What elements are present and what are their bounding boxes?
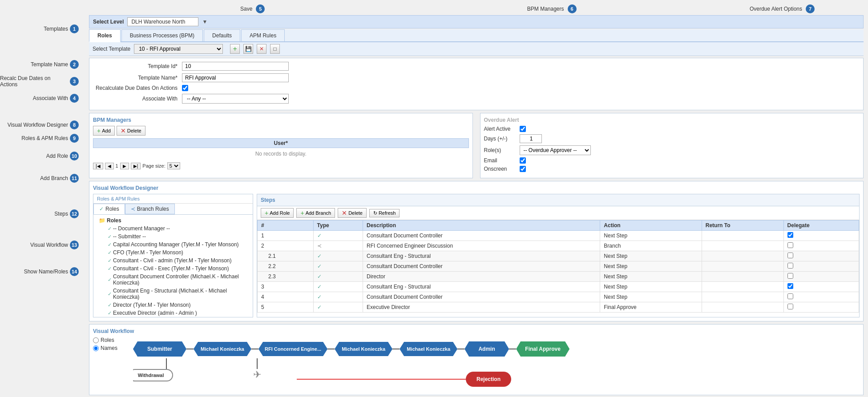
overdue-days-row: Days (+/-): [484, 134, 860, 143]
vwd-title: Visual Workflow Designer: [93, 185, 860, 191]
check-icon: ✓: [108, 302, 112, 308]
node-mk1: Michael Konieczka: [194, 342, 251, 356]
delete-template-button[interactable]: ✕: [257, 44, 266, 54]
recalc-checkbox[interactable]: [182, 85, 188, 91]
plus-icon: +: [97, 127, 101, 134]
overdue-email-row: Email: [484, 157, 860, 164]
table-row: 2.3 ✓ Director Next Step: [258, 272, 859, 282]
template-id-input[interactable]: [182, 62, 289, 71]
list-item: ✓ Consultant Eng - Structural (Michael.K…: [97, 287, 249, 301]
add-role-button[interactable]: + Add Role: [261, 208, 294, 218]
col-delegate: Delegate: [783, 221, 859, 231]
steps-panel: Steps + Add Role + Add Branch ✕ Delete: [257, 194, 860, 317]
steps-delete-button[interactable]: ✕ Delete: [338, 208, 367, 218]
bpm-table: User*: [93, 138, 469, 148]
pagination-bar: |◀ ◀ 1 ▶ ▶| Page size: 5: [93, 162, 469, 169]
tab-apm[interactable]: APM Rules: [241, 29, 285, 41]
vw-title: Visual Workflow: [93, 328, 860, 334]
label-templates: Templates 1: [0, 24, 82, 33]
page-size-select[interactable]: 5: [167, 162, 180, 169]
vwd-section: Visual Workflow Designer Roles & APM Rul…: [89, 181, 864, 321]
save-template-button[interactable]: 💾: [243, 44, 253, 54]
rejection-area: Rejection: [297, 372, 511, 387]
label-steps: Steps 12: [0, 209, 82, 218]
connector: [327, 349, 335, 349]
type-check-icon: ✓: [317, 284, 322, 290]
workflow-diagram: Submitter Michael Konieczka RFI Concerne…: [133, 337, 860, 391]
delegate-checkbox[interactable]: [787, 253, 793, 258]
steps-refresh-button[interactable]: ↻ Refresh: [369, 209, 400, 217]
onscreen-checkbox[interactable]: [520, 166, 526, 172]
roles-steps-layout: Roles & APM Rules ✓ Roles ≺ Branch Rules: [93, 194, 860, 317]
check-icon: ✓: [108, 310, 112, 316]
label-add-role: Add Role 10: [0, 152, 82, 160]
roles-apm-title: Roles & APM Rules: [93, 194, 253, 204]
list-item: ✓ Consultant - Civil - admin (Tyler.M - …: [97, 257, 249, 265]
delegate-checkbox[interactable]: [787, 273, 793, 279]
prev-page-btn[interactable]: ◀: [105, 163, 114, 169]
radio-names-row: Names: [93, 345, 124, 351]
next-page-btn[interactable]: ▶: [120, 163, 129, 169]
add-branch-button[interactable]: + Add Branch: [296, 208, 335, 218]
select-template-dropdown[interactable]: 10 - RFI Approval: [134, 44, 223, 54]
col-type: Type: [313, 221, 363, 231]
steps-toolbar: + Add Role + Add Branch ✕ Delete ↻: [257, 206, 859, 220]
delegate-checkbox[interactable]: [787, 293, 793, 299]
copy-template-button[interactable]: □: [270, 44, 280, 54]
select-level-value[interactable]: DLH Warehouse North: [127, 17, 198, 26]
delegate-checkbox[interactable]: [787, 242, 793, 248]
top-annotations: Save 5 BPM Managers 6 Overdue Alert Opti…: [89, 4, 864, 13]
tab-defaults[interactable]: Defaults: [204, 29, 240, 41]
tab-roles[interactable]: Roles: [89, 29, 121, 42]
node-rejection: Rejection: [466, 372, 511, 387]
template-form: Template Id* Template Name* Recalculate …: [89, 58, 864, 110]
label-associate: Associate With 4: [0, 94, 82, 103]
last-page-btn[interactable]: ▶|: [131, 163, 141, 169]
delegate-checkbox[interactable]: [787, 304, 793, 309]
alert-active-checkbox[interactable]: [520, 126, 526, 132]
bpm-delete-button[interactable]: ✕ Delete: [117, 126, 145, 136]
roles-tabs: ✓ Roles ≺ Branch Rules: [93, 204, 253, 215]
type-check-icon: ✓: [317, 294, 322, 300]
email-checkbox[interactable]: [520, 157, 526, 164]
check-icon: ✓: [108, 277, 112, 283]
table-row: 2.1 ✓ Consultant Eng - Structural Next S…: [258, 251, 859, 261]
roles-select[interactable]: -- Overdue Approver --: [520, 145, 591, 155]
label-vwd: Visual Workflow Designer 8: [0, 120, 82, 129]
check-icon: ✓: [108, 258, 112, 264]
list-item: ✓ Director (Tyler.M - Tyler Monson): [97, 301, 249, 309]
type-check-icon: ✓: [317, 263, 322, 269]
tab-bpm[interactable]: Business Processes (BPM): [121, 29, 203, 41]
delegate-checkbox[interactable]: [787, 263, 793, 269]
overdue-alert-active-row: Alert Active: [484, 126, 860, 132]
left-labels: Templates 1 Template Name 2 Recalc Due D…: [0, 24, 82, 285]
table-row: 2 ≺ RFI Concerned Engineer Discussion Br…: [258, 241, 859, 251]
associate-select[interactable]: -- Any --: [182, 94, 289, 104]
tab-roles-inner[interactable]: ✓ Roles: [93, 204, 125, 214]
add-template-button[interactable]: +: [230, 44, 240, 54]
node-mk3: Michael Konieczka: [400, 342, 457, 356]
type-check-icon: ✓: [317, 304, 322, 310]
col-num: #: [258, 221, 314, 231]
connector: [251, 349, 258, 349]
tab-branch-rules[interactable]: ≺ Branch Rules: [125, 204, 175, 214]
check-icon: ✓: [108, 291, 112, 297]
radio-roles[interactable]: [93, 337, 99, 343]
delegate-checkbox[interactable]: [787, 283, 793, 289]
select-template-bar: Select Template 10 - RFI Approval + 💾 ✕ …: [89, 42, 864, 56]
node-admin: Admin: [464, 341, 509, 357]
first-page-btn[interactable]: |◀: [93, 163, 103, 169]
radio-names[interactable]: [93, 345, 99, 351]
annotation-overdue: Overdue Alert Options 7: [750, 4, 815, 13]
branch-icon: ≺: [131, 206, 135, 212]
x-icon: ✕: [121, 127, 126, 134]
radio-roles-row: Roles: [93, 337, 124, 343]
template-name-input[interactable]: [182, 73, 289, 82]
days-input[interactable]: [520, 134, 542, 143]
template-id-row: Template Id*: [93, 62, 860, 71]
template-name-row: Template Name*: [93, 73, 860, 82]
delegate-checkbox[interactable]: [787, 232, 793, 238]
visual-workflow-section: Visual Workflow Roles Names: [89, 324, 864, 395]
bpm-user-header: User*: [93, 139, 469, 148]
bpm-add-button[interactable]: + Add: [93, 126, 115, 136]
